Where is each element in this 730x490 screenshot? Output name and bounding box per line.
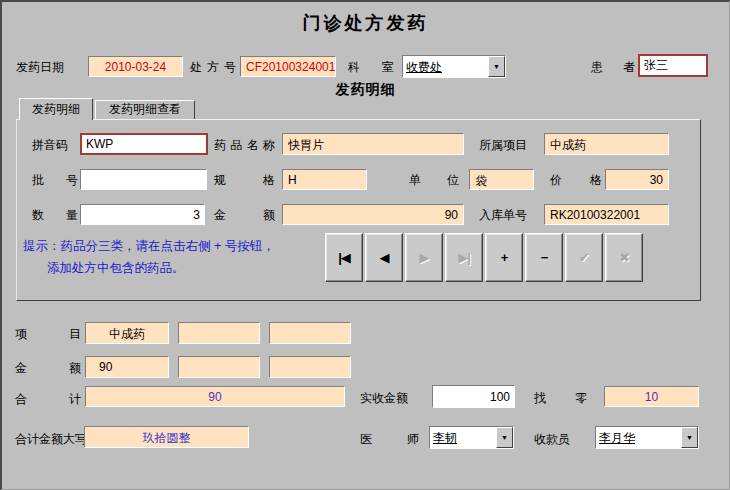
received-input[interactable] [432, 385, 515, 408]
chevron-down-icon: ▼ [501, 434, 508, 441]
nav-delete-button[interactable]: − [525, 233, 563, 282]
department-label: 科室 [348, 60, 394, 74]
nav-prior-button[interactable]: ◀ [365, 233, 403, 282]
total-field: 90 [85, 386, 345, 407]
cashier-dropdown-button[interactable]: ▼ [681, 427, 698, 448]
nav-post-button: ✔ [565, 233, 603, 282]
record-navigator: |◀ ◀ ▶ ▶| + − ✔ ✖ [325, 233, 643, 282]
summary-item-field-3 [269, 322, 351, 344]
dispense-date-label: 发药日期 [16, 60, 80, 74]
rx-no-field: CF20100324001 [240, 56, 336, 77]
doctor-selected-value: 李韧 [430, 427, 496, 448]
line-amount-field: 90 [282, 204, 464, 225]
dispense-date-field: 2010-03-24 [88, 56, 183, 77]
received-label: 实收金额 [360, 391, 420, 405]
batch-no-label: 批号 [32, 173, 78, 187]
section-heading: 发药明细 [2, 81, 729, 99]
unit-label: 单位 [409, 173, 459, 187]
total-label: 合计 [15, 392, 81, 406]
drug-name-label: 药品名称 [214, 138, 275, 152]
total-in-words-label: 合计金额大写 [15, 432, 87, 446]
pinyin-code-label: 拼音码 [32, 138, 68, 152]
hint-line-1: 提示：药品分三类，请在点击右侧 + 号按钮， [23, 238, 275, 255]
department-selected-value: 收费处 [403, 56, 488, 77]
quantity-label: 数量 [32, 208, 78, 222]
doctor-dropdown-button[interactable]: ▼ [496, 427, 513, 448]
hint-line-2: 添加处方中包含的药品。 [47, 260, 185, 277]
summary-item-label: 项目 [15, 327, 81, 341]
line-amount-label: 金额 [214, 208, 275, 222]
stockin-no-field: RK20100322001 [544, 204, 669, 225]
page-title: 门诊处方发药 [2, 11, 729, 35]
spec-label: 规格 [214, 173, 275, 187]
unit-field: 袋 [469, 169, 534, 190]
doctor-combobox[interactable]: 李韧 ▼ [429, 426, 514, 449]
dispense-window: 门诊处方发药 发药日期 2010-03-24 处方号 CF20100324001… [0, 0, 730, 490]
cashier-label: 收款员 [534, 432, 587, 446]
summary-amount-field-3 [269, 356, 351, 378]
department-combobox[interactable]: 收费处 ▼ [402, 55, 506, 78]
nav-insert-button[interactable]: + [485, 233, 523, 282]
tab-dispense-detail[interactable]: 发药明细 [19, 98, 93, 120]
summary-amount-field-1: 90 [85, 356, 169, 378]
category-field: 中成药 [544, 133, 669, 155]
nav-next-button: ▶ [405, 233, 443, 282]
pinyin-code-input[interactable] [80, 133, 208, 155]
price-field: 30 [605, 169, 669, 190]
chevron-down-icon: ▼ [493, 63, 500, 70]
category-label: 所属项目 [479, 138, 537, 152]
change-label: 找零 [534, 391, 587, 405]
nav-first-button[interactable]: |◀ [325, 233, 363, 282]
rx-no-label: 处方号 [190, 60, 236, 74]
tab-dispense-detail-view[interactable]: 发药明细查看 [95, 100, 195, 119]
batch-no-input[interactable] [80, 169, 207, 190]
quantity-input[interactable] [80, 204, 205, 225]
chevron-down-icon: ▼ [686, 434, 693, 441]
summary-amount-field-2 [178, 356, 260, 378]
total-in-words-field: 玖拾圆整 [84, 426, 249, 448]
department-dropdown-button[interactable]: ▼ [488, 56, 505, 77]
cashier-selected-value: 李月华 [596, 427, 681, 448]
summary-item-field-2 [178, 322, 260, 344]
cashier-combobox[interactable]: 李月华 ▼ [595, 426, 699, 449]
summary-amount-label: 金额 [15, 361, 81, 375]
spec-field: H [282, 169, 367, 190]
patient-input[interactable] [638, 54, 708, 77]
change-field: 10 [604, 386, 699, 407]
patient-label: 患者 [591, 60, 635, 74]
doctor-label: 医师 [360, 432, 419, 446]
summary-item-field-1: 中成药 [85, 322, 169, 344]
nav-cancel-button: ✖ [605, 233, 643, 282]
nav-last-button: ▶| [445, 233, 483, 282]
drug-name-field: 快胃片 [282, 133, 464, 155]
stockin-no-label: 入库单号 [479, 208, 537, 222]
price-label: 价格 [550, 173, 602, 187]
